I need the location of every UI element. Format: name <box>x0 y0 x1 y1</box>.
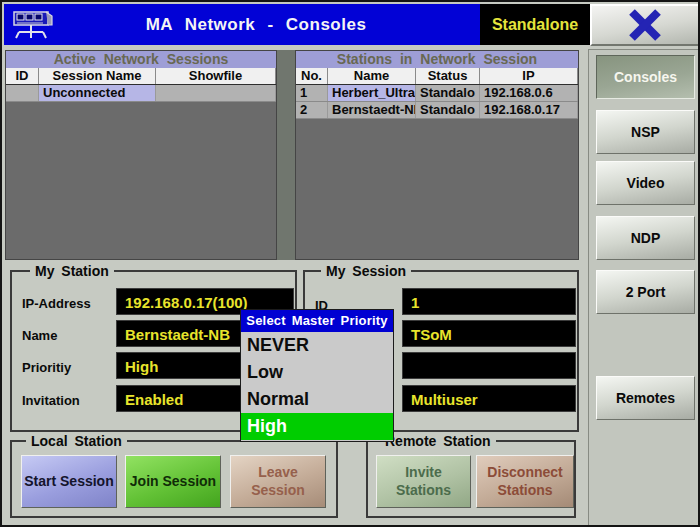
station-row-2[interactable]: 2 Bernstaedt-NB Standalo 192.168.0.17 <box>296 102 578 119</box>
disconnect-stations-button[interactable]: Disconnect Stations <box>476 455 574 508</box>
col-header-showfile[interactable]: Showfile <box>156 68 276 84</box>
stations-panel: Stations in Network Session No. Name Sta… <box>295 50 579 260</box>
local-station-legend: Local Station <box>26 433 127 449</box>
stations-title: Stations in Network Session <box>296 51 578 68</box>
active-sessions-panel: Active Network Sessions ID Session Name … <box>5 50 277 260</box>
start-session-button[interactable]: Start Session <box>21 455 117 508</box>
sidebar-button-ndp[interactable]: NDP <box>596 216 695 260</box>
standalone-mode-badge: Standalone <box>480 4 590 45</box>
close-icon <box>624 8 666 42</box>
session-row-unconnected[interactable]: Unconnected <box>6 85 276 102</box>
cell-station-name[interactable]: Herbert_Ultra <box>328 85 416 101</box>
label-ip-address: IP-Address <box>22 296 91 311</box>
cell-station-status[interactable]: Standalo <box>416 85 480 101</box>
priority-option-high[interactable]: High <box>241 413 393 440</box>
remote-station-group: Remote Station Invite Stations Disconnec… <box>366 440 576 518</box>
local-station-group: Local Station Start Session Join Session… <box>10 440 338 518</box>
col-header-session-name[interactable]: Session Name <box>39 68 156 84</box>
station-row-1[interactable]: 1 Herbert_Ultra Standalo 192.168.0.6 <box>296 85 578 102</box>
my-station-legend: My Station <box>30 263 114 279</box>
window-title: MA Network - Consoles <box>4 15 480 35</box>
sidebar-button-consoles[interactable]: Consoles <box>596 55 695 99</box>
cell-session-name[interactable]: Unconnected <box>39 85 156 101</box>
col-header-no[interactable]: No. <box>296 68 328 84</box>
label-invitation: Invitation <box>22 393 80 408</box>
sidebar-button-nsp[interactable]: NSP <box>596 110 695 154</box>
title-bar: MA Network - Consoles <box>4 4 480 45</box>
active-sessions-header: ID Session Name Showfile <box>6 68 276 85</box>
field-session-name[interactable]: TSoM <box>402 320 576 347</box>
field-session-showfile[interactable] <box>402 352 576 379</box>
join-session-button[interactable]: Join Session <box>125 455 221 508</box>
cell-station-ip[interactable]: 192.168.0.6 <box>480 85 578 101</box>
invite-stations-button[interactable]: Invite Stations <box>376 455 471 508</box>
sidebar-button-2port[interactable]: 2 Port <box>596 270 695 314</box>
select-master-priority-popup: Select Master Priority NEVER Low Normal … <box>240 309 394 442</box>
network-console-icon <box>10 8 58 42</box>
label-priority: Prioritiy <box>22 360 71 375</box>
cell-station-name[interactable]: Bernstaedt-NB <box>328 102 416 118</box>
priority-option-low[interactable]: Low <box>241 359 393 386</box>
cell-station-no[interactable]: 1 <box>296 85 328 101</box>
cell-session-showfile[interactable] <box>156 85 276 101</box>
popup-title: Select Master Priority <box>241 310 393 332</box>
col-header-name[interactable]: Name <box>328 68 416 84</box>
leave-session-button[interactable]: Leave Session <box>230 455 326 508</box>
cell-session-id[interactable] <box>6 85 39 101</box>
sidebar: Consoles NSP Video NDP 2 Port Remotes <box>588 49 700 525</box>
col-header-status[interactable]: Status <box>416 68 480 84</box>
col-header-ip[interactable]: IP <box>480 68 578 84</box>
priority-option-normal[interactable]: Normal <box>241 386 393 413</box>
field-session-mode[interactable]: Multiuser <box>402 385 576 412</box>
remote-station-legend: Remote Station <box>380 433 496 449</box>
stations-header: No. Name Status IP <box>296 68 578 85</box>
priority-option-never[interactable]: NEVER <box>241 332 393 359</box>
close-button[interactable] <box>590 4 700 46</box>
panel-divider <box>277 50 295 260</box>
my-session-legend: My Session <box>321 263 411 279</box>
sidebar-button-video[interactable]: Video <box>596 161 695 205</box>
cell-station-ip[interactable]: 192.168.0.17 <box>480 102 578 118</box>
ma-network-window: MA Network - Consoles Standalone Active … <box>0 0 700 527</box>
col-header-id[interactable]: ID <box>6 68 39 84</box>
sidebar-button-remotes[interactable]: Remotes <box>596 376 695 420</box>
cell-station-no[interactable]: 2 <box>296 102 328 118</box>
label-name: Name <box>22 328 57 343</box>
cell-station-status[interactable]: Standalo <box>416 102 480 118</box>
active-sessions-title: Active Network Sessions <box>6 51 276 68</box>
field-session-id[interactable]: 1 <box>402 288 576 315</box>
